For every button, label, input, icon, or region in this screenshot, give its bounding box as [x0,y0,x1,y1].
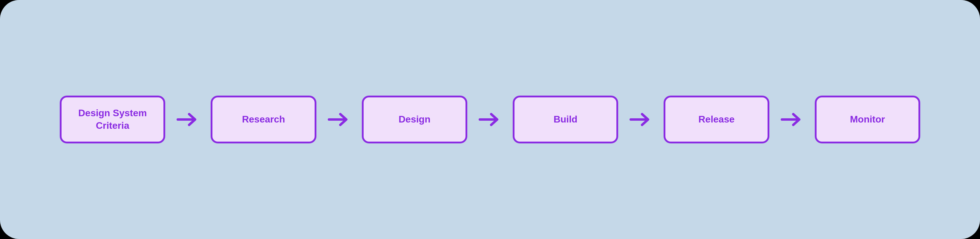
step-box-build: Build [513,96,618,143]
arrow-right-icon [478,110,502,129]
step-label: Design [399,113,431,126]
arrow-right-icon [176,110,200,129]
step-box-research: Research [211,96,316,143]
arrow-right-icon [780,110,804,129]
arrow-right-icon [327,110,351,129]
step-label: Release [698,113,735,126]
arrow-right-icon [629,110,653,129]
step-label: Design System Criteria [67,107,158,132]
diagram-canvas: Design System Criteria Research Design B… [0,0,980,239]
step-box-release: Release [663,96,769,143]
step-box-design: Design [362,96,467,143]
step-box-criteria: Design System Criteria [60,96,165,143]
step-label: Build [554,113,578,126]
step-label: Monitor [850,113,885,126]
step-box-monitor: Monitor [815,96,920,143]
step-label: Research [242,113,285,126]
